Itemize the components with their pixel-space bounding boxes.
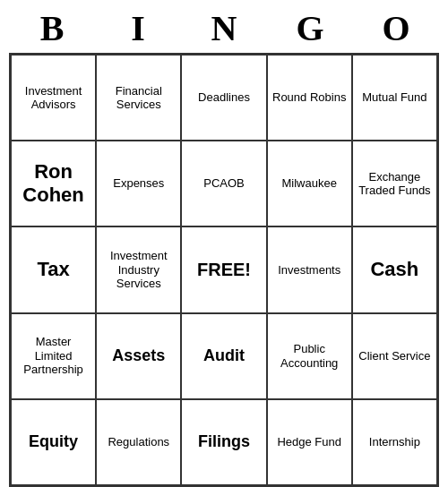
bingo-letter: N	[185, 7, 263, 49]
cell-r2-c2: FREE!	[181, 226, 266, 312]
cell-r2-c3: Investments	[267, 226, 352, 312]
cell-r3-c4: Client Service	[352, 313, 437, 399]
cell-r2-c0: Tax	[11, 226, 96, 312]
cell-r3-c2: Audit	[181, 313, 266, 399]
bingo-grid: Investment AdvisorsFinancial ServicesDea…	[9, 53, 439, 487]
cell-r1-c2: PCAOB	[181, 141, 266, 226]
cell-r1-c0: Ron Cohen	[11, 141, 96, 226]
bingo-title: BINGO	[9, 0, 439, 53]
cell-r3-c3: Public Accounting	[267, 313, 352, 399]
cell-r0-c2: Deadlines	[181, 55, 266, 141]
cell-r4-c1: Regulations	[96, 399, 181, 485]
bingo-letter: B	[13, 7, 91, 49]
cell-r1-c1: Expenses	[96, 141, 181, 226]
cell-r2-c1: Investment Industry Services	[96, 226, 181, 312]
cell-r4-c4: Internship	[352, 399, 437, 485]
bingo-letter: I	[99, 7, 177, 49]
cell-r0-c0: Investment Advisors	[11, 55, 96, 141]
cell-r0-c1: Financial Services	[96, 55, 181, 141]
cell-r3-c1: Assets	[96, 313, 181, 399]
cell-r4-c2: Filings	[181, 399, 266, 485]
cell-r1-c4: Exchange Traded Funds	[352, 141, 437, 226]
cell-r4-c3: Hedge Fund	[267, 399, 352, 485]
bingo-letter: G	[271, 7, 349, 49]
cell-r4-c0: Equity	[11, 399, 96, 485]
cell-r0-c3: Round Robins	[267, 55, 352, 141]
cell-r0-c4: Mutual Fund	[352, 55, 437, 141]
cell-r1-c3: Milwaukee	[267, 141, 352, 226]
bingo-letter: O	[357, 7, 435, 49]
cell-r2-c4: Cash	[352, 226, 437, 312]
cell-r3-c0: Master Limited Partnership	[11, 313, 96, 399]
